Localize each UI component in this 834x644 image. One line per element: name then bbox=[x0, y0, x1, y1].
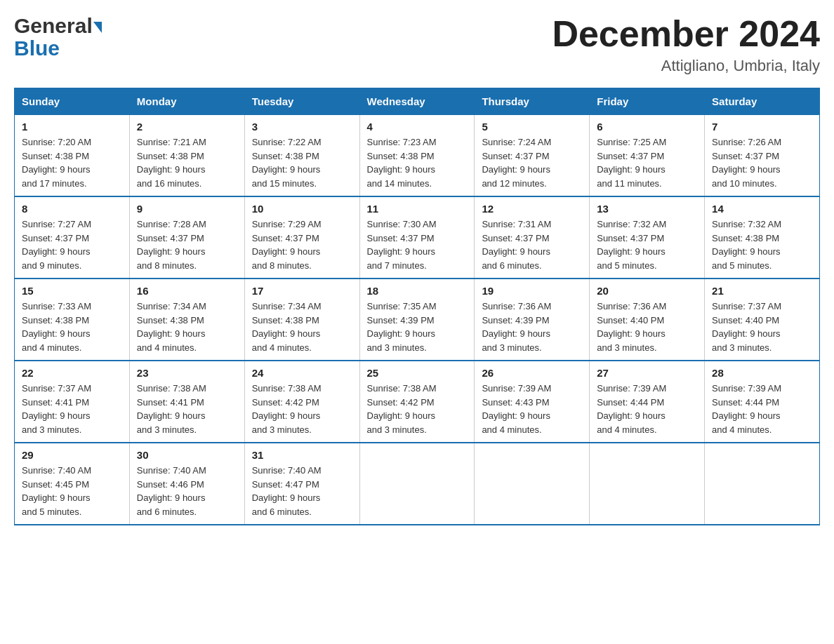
calendar-cell: 13 Sunrise: 7:32 AMSunset: 4:37 PMDaylig… bbox=[590, 196, 705, 279]
calendar-cell: 19 Sunrise: 7:36 AMSunset: 4:39 PMDaylig… bbox=[475, 279, 590, 361]
day-info: Sunrise: 7:22 AMSunset: 4:38 PMDaylight:… bbox=[252, 137, 322, 189]
day-number: 5 bbox=[482, 121, 582, 133]
day-info: Sunrise: 7:36 AMSunset: 4:39 PMDaylight:… bbox=[482, 301, 551, 353]
day-number: 28 bbox=[712, 367, 812, 379]
calendar-cell: 11 Sunrise: 7:30 AMSunset: 4:37 PMDaylig… bbox=[359, 196, 475, 279]
day-info: Sunrise: 7:34 AMSunset: 4:38 PMDaylight:… bbox=[137, 301, 206, 353]
day-number: 30 bbox=[137, 449, 237, 461]
day-number: 24 bbox=[252, 367, 352, 379]
day-number: 4 bbox=[367, 121, 468, 133]
calendar-cell bbox=[705, 443, 820, 525]
calendar-cell: 22 Sunrise: 7:37 AMSunset: 4:41 PMDaylig… bbox=[15, 361, 130, 443]
calendar-cell: 24 Sunrise: 7:38 AMSunset: 4:42 PMDaylig… bbox=[244, 361, 359, 443]
calendar-week-row: 15 Sunrise: 7:33 AMSunset: 4:38 PMDaylig… bbox=[15, 279, 820, 361]
calendar-cell: 4 Sunrise: 7:23 AMSunset: 4:38 PMDayligh… bbox=[359, 115, 475, 197]
header-friday: Friday bbox=[590, 88, 705, 115]
calendar-cell: 10 Sunrise: 7:29 AMSunset: 4:37 PMDaylig… bbox=[244, 196, 359, 279]
day-number: 8 bbox=[22, 203, 122, 215]
logo-general-text: General bbox=[14, 14, 93, 38]
calendar-cell: 7 Sunrise: 7:26 AMSunset: 4:37 PMDayligh… bbox=[705, 115, 820, 197]
calendar-week-row: 1 Sunrise: 7:20 AMSunset: 4:38 PMDayligh… bbox=[15, 115, 820, 197]
day-info: Sunrise: 7:27 AMSunset: 4:37 PMDaylight:… bbox=[22, 219, 91, 271]
logo-arrow-icon bbox=[93, 22, 102, 33]
day-info: Sunrise: 7:40 AMSunset: 4:47 PMDaylight:… bbox=[252, 465, 322, 517]
calendar-cell: 17 Sunrise: 7:34 AMSunset: 4:38 PMDaylig… bbox=[244, 279, 359, 361]
calendar-cell: 25 Sunrise: 7:38 AMSunset: 4:42 PMDaylig… bbox=[359, 361, 475, 443]
day-number: 14 bbox=[712, 203, 812, 215]
day-number: 7 bbox=[712, 121, 812, 133]
header-thursday: Thursday bbox=[475, 88, 590, 115]
calendar-week-row: 29 Sunrise: 7:40 AMSunset: 4:45 PMDaylig… bbox=[15, 443, 820, 525]
calendar-week-row: 22 Sunrise: 7:37 AMSunset: 4:41 PMDaylig… bbox=[15, 361, 820, 443]
day-info: Sunrise: 7:37 AMSunset: 4:41 PMDaylight:… bbox=[22, 383, 91, 435]
day-number: 18 bbox=[367, 285, 468, 297]
day-number: 17 bbox=[252, 285, 352, 297]
day-number: 26 bbox=[482, 367, 582, 379]
calendar-cell: 30 Sunrise: 7:40 AMSunset: 4:46 PMDaylig… bbox=[129, 443, 244, 525]
calendar-cell: 28 Sunrise: 7:39 AMSunset: 4:44 PMDaylig… bbox=[705, 361, 820, 443]
day-info: Sunrise: 7:26 AMSunset: 4:37 PMDaylight:… bbox=[712, 137, 781, 189]
logo-blue-text: Blue bbox=[14, 36, 60, 60]
calendar-cell: 6 Sunrise: 7:25 AMSunset: 4:37 PMDayligh… bbox=[590, 115, 705, 197]
day-number: 21 bbox=[712, 285, 812, 297]
header-wednesday: Wednesday bbox=[359, 88, 475, 115]
header-tuesday: Tuesday bbox=[244, 88, 359, 115]
header-saturday: Saturday bbox=[705, 88, 820, 115]
calendar-cell: 15 Sunrise: 7:33 AMSunset: 4:38 PMDaylig… bbox=[15, 279, 130, 361]
day-info: Sunrise: 7:21 AMSunset: 4:38 PMDaylight:… bbox=[137, 137, 206, 189]
calendar-cell: 3 Sunrise: 7:22 AMSunset: 4:38 PMDayligh… bbox=[244, 115, 359, 197]
calendar-week-row: 8 Sunrise: 7:27 AMSunset: 4:37 PMDayligh… bbox=[15, 196, 820, 279]
calendar-cell: 12 Sunrise: 7:31 AMSunset: 4:37 PMDaylig… bbox=[475, 196, 590, 279]
logo: General Blue bbox=[14, 14, 102, 60]
day-info: Sunrise: 7:39 AMSunset: 4:43 PMDaylight:… bbox=[482, 383, 551, 435]
calendar-cell: 5 Sunrise: 7:24 AMSunset: 4:37 PMDayligh… bbox=[475, 115, 590, 197]
day-number: 2 bbox=[137, 121, 237, 133]
day-number: 11 bbox=[367, 203, 468, 215]
page-header: General Blue December 2024 Attigliano, U… bbox=[14, 14, 820, 75]
calendar-cell: 14 Sunrise: 7:32 AMSunset: 4:38 PMDaylig… bbox=[705, 196, 820, 279]
calendar-cell: 16 Sunrise: 7:34 AMSunset: 4:38 PMDaylig… bbox=[129, 279, 244, 361]
calendar-cell: 8 Sunrise: 7:27 AMSunset: 4:37 PMDayligh… bbox=[15, 196, 130, 279]
day-number: 13 bbox=[597, 203, 697, 215]
day-info: Sunrise: 7:38 AMSunset: 4:42 PMDaylight:… bbox=[367, 383, 437, 435]
day-number: 20 bbox=[597, 285, 697, 297]
day-number: 19 bbox=[482, 285, 582, 297]
calendar-cell: 27 Sunrise: 7:39 AMSunset: 4:44 PMDaylig… bbox=[590, 361, 705, 443]
header-monday: Monday bbox=[129, 88, 244, 115]
day-info: Sunrise: 7:38 AMSunset: 4:42 PMDaylight:… bbox=[252, 383, 322, 435]
calendar-cell: 31 Sunrise: 7:40 AMSunset: 4:47 PMDaylig… bbox=[244, 443, 359, 525]
calendar-cell: 21 Sunrise: 7:37 AMSunset: 4:40 PMDaylig… bbox=[705, 279, 820, 361]
day-info: Sunrise: 7:24 AMSunset: 4:37 PMDaylight:… bbox=[482, 137, 551, 189]
day-info: Sunrise: 7:36 AMSunset: 4:40 PMDaylight:… bbox=[597, 301, 666, 353]
day-number: 16 bbox=[137, 285, 237, 297]
day-info: Sunrise: 7:40 AMSunset: 4:46 PMDaylight:… bbox=[137, 465, 206, 517]
day-number: 9 bbox=[137, 203, 237, 215]
day-info: Sunrise: 7:38 AMSunset: 4:41 PMDaylight:… bbox=[137, 383, 206, 435]
day-number: 29 bbox=[22, 449, 122, 461]
calendar-cell bbox=[475, 443, 590, 525]
calendar-cell bbox=[359, 443, 475, 525]
page-subtitle: Attigliano, Umbria, Italy bbox=[552, 57, 820, 75]
day-number: 15 bbox=[22, 285, 122, 297]
calendar-cell: 1 Sunrise: 7:20 AMSunset: 4:38 PMDayligh… bbox=[15, 115, 130, 197]
day-number: 23 bbox=[137, 367, 237, 379]
day-info: Sunrise: 7:39 AMSunset: 4:44 PMDaylight:… bbox=[712, 383, 781, 435]
page-title: December 2024 bbox=[552, 14, 820, 54]
day-info: Sunrise: 7:40 AMSunset: 4:45 PMDaylight:… bbox=[22, 465, 91, 517]
header-sunday: Sunday bbox=[15, 88, 130, 115]
day-number: 10 bbox=[252, 203, 352, 215]
day-number: 12 bbox=[482, 203, 582, 215]
calendar-cell: 29 Sunrise: 7:40 AMSunset: 4:45 PMDaylig… bbox=[15, 443, 130, 525]
day-info: Sunrise: 7:30 AMSunset: 4:37 PMDaylight:… bbox=[367, 219, 437, 271]
day-number: 3 bbox=[252, 121, 352, 133]
calendar-header-row: SundayMondayTuesdayWednesdayThursdayFrid… bbox=[15, 88, 820, 115]
day-info: Sunrise: 7:31 AMSunset: 4:37 PMDaylight:… bbox=[482, 219, 551, 271]
calendar-cell: 18 Sunrise: 7:35 AMSunset: 4:39 PMDaylig… bbox=[359, 279, 475, 361]
calendar-cell: 9 Sunrise: 7:28 AMSunset: 4:37 PMDayligh… bbox=[129, 196, 244, 279]
day-number: 31 bbox=[252, 449, 352, 461]
calendar-cell: 20 Sunrise: 7:36 AMSunset: 4:40 PMDaylig… bbox=[590, 279, 705, 361]
day-info: Sunrise: 7:29 AMSunset: 4:37 PMDaylight:… bbox=[252, 219, 322, 271]
day-info: Sunrise: 7:33 AMSunset: 4:38 PMDaylight:… bbox=[22, 301, 91, 353]
calendar-cell: 2 Sunrise: 7:21 AMSunset: 4:38 PMDayligh… bbox=[129, 115, 244, 197]
day-number: 1 bbox=[22, 121, 122, 133]
